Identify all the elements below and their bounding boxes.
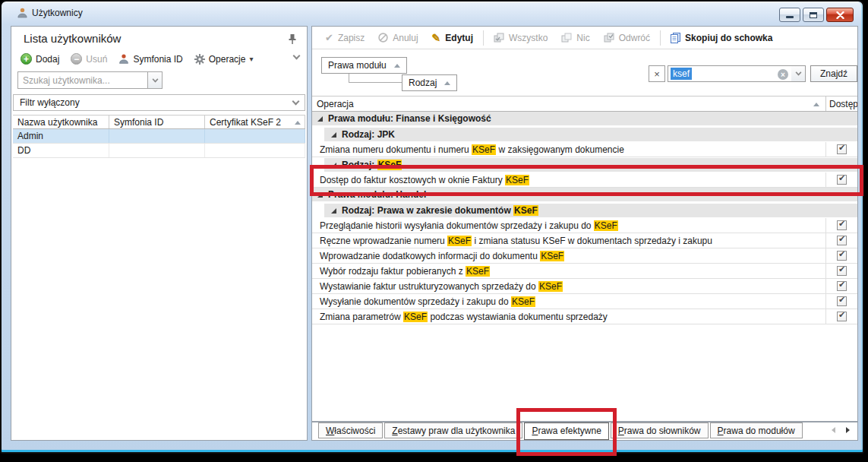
toolbar-button-nic[interactable]: Nic — [554, 30, 596, 46]
operation-cell: Zmiana parametrów KSeF podczas wystawian… — [312, 309, 825, 324]
toolbar-button-odwróć[interactable]: Odwróć — [597, 30, 657, 46]
right-row[interactable]: Zmiana numeru dokumentu i numeru KSeF w … — [312, 142, 857, 157]
expand-collapse-icon[interactable] — [317, 116, 323, 122]
copy-icon — [671, 33, 680, 43]
user-list-toolbar: +Dodaj−UsuńSymfonia IDOperacje▾ — [11, 48, 307, 70]
toolbar-button-usu-[interactable]: −Usuń — [71, 53, 107, 65]
toolbar-button-zapisz[interactable]: ✔Zapisz — [318, 30, 371, 46]
column-header-access[interactable]: Dostęp — [825, 97, 857, 111]
toolbar-button-anuluj[interactable]: Anuluj — [371, 30, 425, 46]
column-header-symfonia-id[interactable]: Symfonia ID — [109, 115, 205, 128]
gear-icon — [194, 54, 205, 65]
toolbar-button-symfonia-id[interactable]: Symfonia ID — [118, 54, 182, 65]
filter-label: Filtr wyłączony — [20, 97, 80, 108]
group-by-kind[interactable]: Rodzaj — [402, 74, 457, 91]
tab-zestawy-praw-dla-użytkownika[interactable]: Zestawy praw dla użytkownika — [384, 422, 522, 438]
toolbar-button-operacje[interactable]: Operacje▾ — [194, 54, 254, 65]
access-checkbox[interactable] — [837, 296, 847, 306]
group-row-bar: Rodzaj: JPK — [324, 128, 857, 141]
sort-ascending-icon — [295, 121, 301, 125]
access-checkbox[interactable] — [837, 236, 847, 245]
expand-collapse-icon[interactable] — [331, 208, 336, 214]
tab-prawa-do-słowników[interactable]: Prawa do słowników — [611, 422, 709, 438]
search-match-highlight: KSeF — [513, 205, 538, 216]
column-header-name[interactable]: Nazwa użytkownika — [13, 115, 109, 128]
row-text: Rodzaj: Prawa w zakresie dokumentów — [342, 205, 513, 216]
close-search-button[interactable]: × — [649, 65, 665, 82]
group-row[interactable]: Prawa modułu: Finanse i Księgowość — [312, 112, 857, 127]
save-check-icon: ✔ — [325, 33, 333, 43]
chevron-down-icon — [292, 98, 300, 106]
select-invert-icon — [604, 33, 614, 43]
group-row[interactable]: Rodzaj: Prawa w zakresie dokumentów KSeF — [312, 203, 857, 218]
row-text: Wystawianie faktur ustrukturyzowanych sp… — [320, 281, 538, 292]
tab-scroll-left-icon[interactable] — [832, 427, 835, 433]
operation-cell: Wprowadzanie dodatkowych informacji do d… — [312, 248, 825, 263]
tab-prawa-do-modułów[interactable]: Prawa do modułów — [710, 422, 803, 438]
find-button[interactable]: Znajdź — [810, 65, 857, 82]
access-checkbox[interactable] — [837, 144, 847, 154]
search-match-highlight: KSeF — [447, 236, 472, 246]
access-checkbox[interactable] — [837, 281, 847, 291]
toolbar-button-dodaj[interactable]: +Dodaj — [21, 53, 59, 65]
clear-search-icon[interactable]: × — [778, 69, 788, 80]
column-header-certificate[interactable]: Certyfikat KSeF 2 — [205, 115, 305, 128]
access-cell — [825, 279, 857, 293]
tab-scroll-right-icon[interactable] — [846, 427, 850, 433]
toolbar-button-label: Operacje — [209, 54, 246, 65]
toolbar-button-label: Anuluj — [393, 33, 418, 43]
toolbar-button-skopiuj-do-schowka[interactable]: Skopiuj do schowka — [664, 30, 779, 46]
search-combo[interactable]: ksef × — [668, 65, 792, 82]
rights-panel: ✔ZapiszAnuluj✎EdytujWszystkoNicOdwróćSko… — [311, 26, 858, 441]
operation-cell: Ręczne wprowadzanie numeru KSeF i zmiana… — [312, 233, 825, 248]
search-dropdown-button[interactable] — [148, 71, 163, 89]
access-checkbox[interactable] — [837, 220, 847, 230]
collapse-chevron-icon[interactable] — [293, 52, 301, 60]
filter-bar[interactable]: Filtr wyłączony — [13, 94, 305, 111]
rights-grid-header: Operacja Dostęp — [312, 97, 857, 112]
select-none-icon — [561, 33, 572, 43]
group-row[interactable]: Rodzaj: JPK — [312, 127, 857, 142]
search-history-dropdown[interactable] — [791, 65, 806, 82]
search-match-highlight: KSeF — [540, 251, 564, 261]
right-row[interactable]: Wprowadzanie dodatkowych informacji do d… — [312, 248, 857, 264]
toolbar-button-wszystko[interactable]: Wszystko — [487, 30, 554, 46]
minimize-icon — [786, 16, 794, 18]
chevron-down-icon — [795, 70, 801, 76]
column-header-operation[interactable]: Operacja — [312, 97, 825, 111]
title-bar[interactable]: Użytkownicy — [2, 2, 863, 24]
right-row[interactable]: Wysyłanie dokumentów sprzedaży i zakupu … — [312, 294, 857, 309]
user-icon — [118, 54, 129, 64]
right-row[interactable]: Wystawianie faktur ustrukturyzowanych sp… — [312, 279, 857, 294]
user-table-header: Nazwa użytkownika Symfonia ID Certyfikat… — [13, 115, 305, 129]
right-row[interactable]: Zmiana parametrów KSeF podczas wystawian… — [312, 309, 857, 324]
search-user-input[interactable] — [17, 71, 148, 89]
toolbar-button-label: Skopiuj do schowka — [685, 33, 772, 43]
access-cell — [825, 218, 857, 233]
minimize-button[interactable] — [779, 8, 800, 22]
user-cell — [205, 144, 305, 157]
group-by-module[interactable]: Prawa modułu — [321, 57, 407, 74]
row-text: Wybór rodzaju faktur pobieranych z — [320, 266, 466, 277]
user-row[interactable]: DD — [13, 144, 305, 158]
close-button[interactable] — [826, 8, 854, 22]
maximize-button[interactable] — [803, 8, 824, 22]
pin-icon[interactable] — [289, 33, 296, 46]
user-row[interactable]: Admin — [13, 129, 305, 144]
user-list-panel: Lista użytkowników +Dodaj−UsuńSymfonia I… — [11, 26, 308, 441]
operation-cell: Przeglądanie historii wysyłania dokument… — [312, 218, 825, 233]
right-row[interactable]: Ręczne wprowadzanie numeru KSeF i zmiana… — [312, 233, 857, 248]
expand-collapse-icon[interactable] — [331, 132, 336, 138]
access-checkbox[interactable] — [837, 266, 847, 276]
access-checkbox[interactable] — [837, 312, 847, 321]
annotation-rectangle-tab — [516, 408, 616, 456]
access-checkbox[interactable] — [837, 251, 847, 261]
add-icon: + — [21, 53, 32, 65]
right-row[interactable]: Wybór rodzaju faktur pobieranych z KSeF — [312, 264, 857, 279]
toolbar-button-edytuj[interactable]: ✎Edytuj — [425, 30, 480, 46]
row-text: Ręczne wprowadzanie numeru — [320, 236, 447, 246]
maximize-icon — [810, 12, 817, 18]
search-match-highlight: KSeF — [538, 281, 563, 292]
tab-właściwości[interactable]: Właściwości — [318, 422, 383, 438]
right-row[interactable]: Przeglądanie historii wysyłania dokument… — [312, 218, 857, 233]
